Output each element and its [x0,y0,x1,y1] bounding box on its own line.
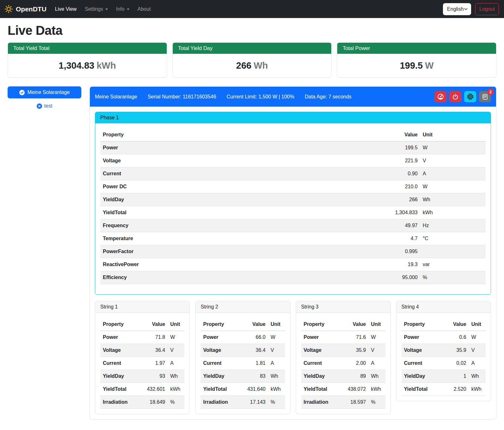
inverter-data-age: Data Age: 7 seconds [305,94,352,100]
power-button[interactable] [449,91,461,102]
property-cell: PowerFactor [100,245,370,258]
table-row: Current1.81A [201,357,285,370]
column-value: Value [444,318,469,331]
table-row: Power71.8W [100,331,184,344]
value-cell: 2.00 [343,357,369,370]
table-row: YieldDay89Wh [301,370,385,383]
language-select[interactable]: English [443,3,471,15]
limit-settings-button[interactable] [434,91,446,102]
column-value: Value [370,128,420,141]
value-cell: 0.90 [370,167,420,180]
inverter-actions: 2 [434,91,491,102]
logout-button[interactable]: Logout [475,3,499,15]
table-row: Frequency49.97Hz [100,219,486,232]
property-cell: YieldTotal [201,383,243,396]
inverter-button-test[interactable]: test [8,103,81,109]
property-cell: Voltage [301,344,343,357]
unit-cell: V [268,344,285,357]
card-title: Total Yield Day [173,43,332,54]
nav-item-label: About [138,6,151,12]
property-cell: Power [401,331,444,344]
table-row: Irradiation17.143% [201,396,285,409]
unit-cell: Wh [369,370,385,383]
unit-cell: W [369,331,385,344]
language-selected-value: English [447,6,464,12]
value-cell: 17.143 [243,396,268,409]
nav-item-about[interactable]: About [134,4,155,15]
table-row: YieldTotal2.520kWh [401,383,486,396]
x-circle-icon [37,103,42,109]
total-yield-day-card: Total Yield Day 266Wh [172,42,332,78]
card-value-row: 1,304.83kWh [8,54,167,78]
table-header-row: Property Value Unit [301,318,385,331]
property-cell: Power DC [100,180,370,193]
property-cell: YieldTotal [401,383,444,396]
string-1-card: String 1 Property Value Unit [95,301,190,414]
device-info-button[interactable] [464,91,476,102]
sun-icon [4,5,13,13]
property-cell: YieldDay [100,370,142,383]
nav-item-live-view[interactable]: Live View [51,4,81,15]
unit-cell: V [168,344,184,357]
value-cell: 199.5 [370,141,420,154]
table-row: Current0.90A [100,167,486,180]
unit-cell: °C [420,232,486,245]
table-row: Irradiation18.649% [100,396,184,409]
value-cell: 0.6 [444,331,469,344]
table-row: Irradiation18.597% [301,396,385,409]
property-cell: Efficiency [100,271,370,284]
column-value: Value [243,318,268,331]
table-row: Power199.5W [100,141,486,154]
table-row: Voltage221.9V [100,154,486,167]
column-property: Property [201,318,243,331]
property-cell: Power [301,331,343,344]
inverter-header: Meine Solaranlage Serial Number: 1161716… [90,87,496,107]
total-power-card: Total Power 199.5W [337,42,496,78]
property-cell: Power [201,331,243,344]
card-title: Total Yield Total [8,43,167,54]
unit-cell: V [469,344,486,357]
unit-cell: W [469,331,486,344]
table-row: YieldDay266Wh [100,193,486,206]
column-unit: Unit [469,318,486,331]
nav-item-info[interactable]: Info [112,4,134,15]
column-unit: Unit [168,318,184,331]
column-property: Property [301,318,343,331]
property-cell: Voltage [100,154,370,167]
event-log-button[interactable]: 2 [479,91,491,102]
unit-cell: Hz [420,219,486,232]
column-unit: Unit [268,318,285,331]
value-cell: 36.4 [243,344,268,357]
table-row: YieldDay83Wh [201,370,285,383]
card-unit: kWh [96,60,116,71]
table-row: ReactivePower19.3var [100,258,486,271]
table-row: YieldDay93Wh [100,370,184,383]
table-row: YieldDay1Wh [401,370,486,383]
brand[interactable]: OpenDTU [4,5,47,13]
value-cell: 438.072 [343,383,369,396]
phase-title: Phase 1 [95,112,491,123]
property-cell: Irradiation [100,396,142,409]
cpu-icon [467,93,474,100]
unit-cell: Wh [469,370,486,383]
card-value-row: 266Wh [173,54,332,78]
string-2-card: String 2 Property Value Unit [195,301,290,414]
navbar-right: English Logout [443,3,499,15]
table-row: Voltage35.9V [401,344,486,357]
caret-down-icon [127,9,129,10]
property-cell: Current [100,357,142,370]
value-cell: 4.7 [370,232,420,245]
inverter-serial: Serial Number: 116171603546 [147,94,216,100]
page-title: Live Data [8,23,496,38]
unit-cell: V [369,344,385,357]
unit-cell: A [369,357,385,370]
inverter-button-meine-solaranlage[interactable]: Meine Solaranlage [8,86,81,98]
property-cell: Current [301,357,343,370]
nav-item-settings[interactable]: Settings [81,4,112,15]
value-cell: 89 [343,370,369,383]
table-row: Power66.0W [201,331,285,344]
string-4-card: String 4 Property Value Unit [396,301,491,401]
property-cell: ReactivePower [100,258,370,271]
unit-cell: % [420,271,486,284]
table-row: Temperature4.7°C [100,232,486,245]
